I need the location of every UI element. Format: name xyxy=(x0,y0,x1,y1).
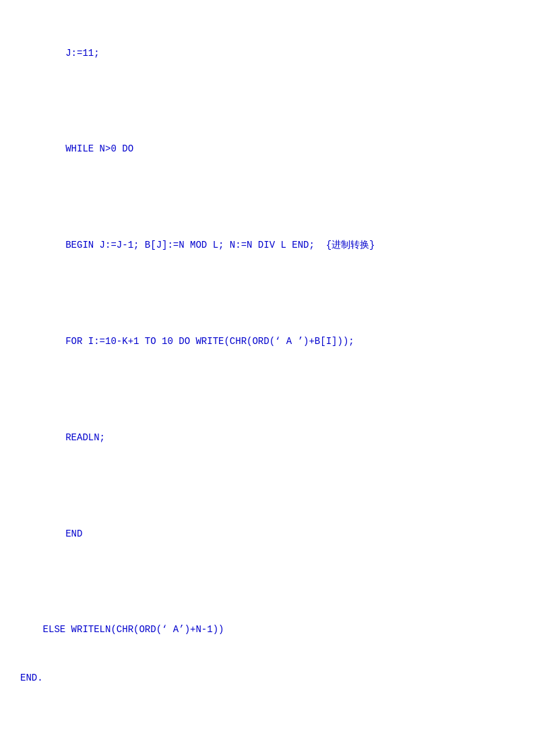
code-line-blank-1 xyxy=(20,94,515,110)
code-container: J:=11; WHILE N>0 DO BEGIN J:=J-1; B[J]:=… xyxy=(20,13,515,756)
code-line-3: WHILE N>0 DO xyxy=(20,141,515,158)
code-line-14: END. xyxy=(20,671,515,687)
code-line-blank-4 xyxy=(20,382,515,398)
code-line-blank-6 xyxy=(20,574,515,590)
code-line-blank-2 xyxy=(20,190,515,206)
code-line-5: BEGIN J:=J-1; B[J]:=N MOD L; N:=N DIV L … xyxy=(20,238,515,254)
code-line-13: ELSE WRITELN(CHR(ORD(‘ A’)+N-1)) xyxy=(20,622,515,638)
code-line-blank-7 xyxy=(20,718,515,734)
code-line-11: END xyxy=(20,526,515,543)
code-line-1: J:=11; xyxy=(20,46,515,62)
code-line-9: READLN; xyxy=(20,430,515,446)
code-line-blank-5 xyxy=(20,478,515,494)
code-line-7: FOR I:=10-K+1 TO 10 DO WRITE(CHR(ORD(‘ A… xyxy=(20,334,515,350)
code-line-blank-3 xyxy=(20,286,515,302)
